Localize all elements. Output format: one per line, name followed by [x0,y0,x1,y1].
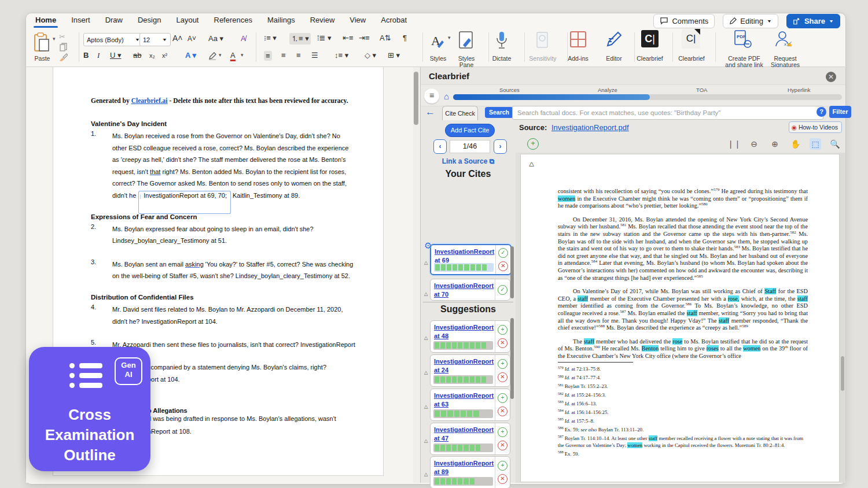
font-size-select[interactable]: 12▼ [139,33,171,46]
styles-pane-label[interactable]: Styles Pane [451,56,481,68]
share-button[interactable]: Share ▼ [786,14,840,28]
change-case-icon[interactable]: Aa ▾ [208,34,223,43]
step-hyperlink[interactable]: Hyperlink [788,87,811,93]
suggestion-card[interactable]: InvestigationReport at 63 + ✕ [430,389,510,421]
step-toa[interactable]: TOA [696,87,707,93]
borders-icon[interactable]: ⊞ ▾ [388,51,400,60]
sort-icon[interactable]: A⇅ [380,34,391,42]
add-ins-icon[interactable] [569,31,587,48]
copy-icon[interactable] [60,43,67,51]
chevron-down-icon[interactable]: ▾ [448,35,451,40]
increase-indent-icon[interactable]: ⇥≡ [359,34,369,42]
clear-formatting-icon[interactable]: A̸ [241,34,246,43]
dictate-icon[interactable] [495,31,508,50]
justify-button[interactable]: ☰ [311,51,318,60]
tab-review[interactable]: Review [303,13,343,28]
font-name-select[interactable]: Aptos (Body)▼ [83,33,144,46]
document-scrollbar-thumb[interactable] [414,72,418,125]
cite-link[interactable]: InvestigationReport at 48 [431,321,490,341]
add-icon[interactable]: + [498,427,507,437]
editor-icon[interactable] [605,31,623,48]
gear-icon[interactable]: ⚙ [424,241,435,251]
cite-pager-value[interactable]: 1/46 [450,140,490,153]
document-scrollbar[interactable] [413,67,420,483]
tab-insert[interactable]: Insert [64,13,98,28]
add-icon[interactable]: + [498,359,507,369]
tab-design[interactable]: Design [130,13,168,28]
add-icon[interactable]: + [498,325,507,335]
tab-home[interactable]: Home [28,13,64,28]
home-icon[interactable]: ⌂ [444,93,449,101]
bullet-list-icon[interactable]: ⁝≡ ▾ [264,34,277,42]
search-icon[interactable]: 🔍 [829,138,841,150]
paste-label[interactable]: Paste [29,56,56,62]
tab-references[interactable]: References [207,13,260,28]
tab-view[interactable]: View [342,13,373,28]
search-input[interactable]: Search factual docs. For exact matches, … [512,106,823,120]
underline-button[interactable]: U ▾ [110,51,122,60]
add-ins-label[interactable]: Add-ins [561,56,595,62]
link-a-source-button[interactable]: Link a Source ⧉ [421,157,516,165]
decrease-indent-icon[interactable]: ⇤≡ [343,34,353,42]
add-icon[interactable]: + [498,461,507,471]
bold-button[interactable]: B [83,51,89,60]
request-signatures-label[interactable]: Request Signatures [767,56,803,68]
dismiss-icon[interactable]: ✕ [498,441,507,450]
cite-card[interactable]: InvestigationReport at 70 ✓ [430,279,510,301]
format-painter-icon[interactable] [59,53,68,62]
align-center-button[interactable]: ≡ [281,51,286,60]
dismiss-icon[interactable]: ✕ [498,372,507,382]
pdf-scrollbar-thumb[interactable] [841,356,844,391]
styles-pane-icon[interactable] [458,31,475,50]
pilcrow-icon[interactable]: ¶ [403,34,407,42]
multilevel-list-icon[interactable]: ⁞≣ ▾ [317,34,332,42]
superscript-button[interactable]: x² [162,52,167,59]
tab-layout[interactable]: Layout [168,13,206,28]
cite-link[interactable]: InvestigationReport at 70 [431,279,490,300]
subscript-button[interactable]: x₂ [149,52,155,59]
marquee-select-icon[interactable]: ⬚ [810,138,821,150]
suggestion-card[interactable]: InvestigationReport at 24 + ✕ [430,354,510,387]
italic-button[interactable]: I [97,51,100,60]
cite-link[interactable]: InvestigationReport at 63 [431,389,490,409]
cite-next-button[interactable]: › [494,139,507,154]
shrink-font-icon[interactable]: A˅ [187,35,196,43]
hand-tool-icon[interactable]: ✋ [790,138,801,150]
page-layout-icon[interactable]: ❘❘ [727,138,739,150]
suggestion-card[interactable]: InvestigationReport at 89 + ✕ [430,456,510,488]
numbered-list-icon[interactable]: ⒈≡ ▾ [289,33,311,45]
reject-icon[interactable]: ✕ [498,261,508,271]
dismiss-icon[interactable]: ✕ [498,406,507,416]
dismiss-icon[interactable]: ✕ [498,474,507,484]
cite-prev-button[interactable]: ‹ [433,139,447,154]
text-effects-icon[interactable]: A ▾ [185,51,196,60]
menu-icon[interactable]: ≡ [424,88,439,103]
suggestion-card[interactable]: InvestigationReport at 47 + ✕ [430,423,510,455]
chevron-down-icon[interactable]: ▾ [219,52,222,58]
tab-mailings[interactable]: Mailings [260,13,303,28]
accept-icon[interactable]: ✓ [498,248,508,258]
styles-label[interactable]: Styles [425,56,451,62]
paste-icon[interactable] [34,32,51,53]
tab-draw[interactable]: Draw [98,13,130,28]
strikethrough-button[interactable]: ab [133,51,141,60]
add-annotation-icon[interactable]: + [527,138,539,150]
step-analyze[interactable]: Analyze [598,87,617,93]
clearbrief-light-label[interactable]: Clearbrief [675,56,708,62]
accept-icon[interactable]: ✓ [498,285,507,295]
suggestion-card[interactable]: InvestigationReport at 48 + ✕ [430,320,510,353]
tab-acrobat[interactable]: Acrobat [373,13,414,28]
add-fact-cite-button[interactable]: Add Fact Cite [445,124,495,137]
cite-link[interactable]: InvestigationReport at 89 [431,457,490,477]
how-to-videos-button[interactable]: ◉ How-to Videos [789,121,842,133]
search-button[interactable]: Search [485,107,513,118]
close-icon[interactable]: ✕ [826,72,836,82]
editing-mode-button[interactable]: Editing ▼ [723,14,778,28]
grow-font-icon[interactable]: A˄ [172,34,183,43]
cites-scrollbar-thumb[interactable] [510,246,514,298]
help-icon[interactable]: ? [816,107,826,117]
cite-link[interactable]: InvestigationReport at 47 [431,423,490,443]
request-signatures-icon[interactable]: x✍ [774,30,793,49]
cross-examination-outline-card[interactable]: GenAI CrossExaminationOutline [29,347,150,471]
styles-icon[interactable]: A [431,32,446,50]
